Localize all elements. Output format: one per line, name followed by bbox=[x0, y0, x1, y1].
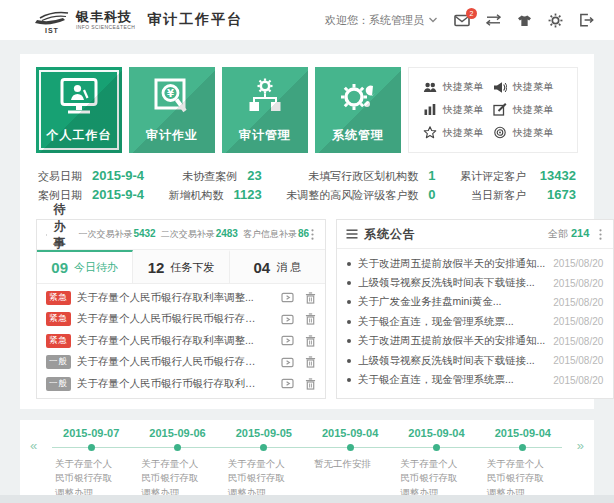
announcement-row: 关于改进周五提前放假半天的安排通知... 2015/08/20 bbox=[347, 332, 603, 351]
quick-menu-item-report[interactable]: 快捷菜单 bbox=[423, 103, 493, 117]
timeline-date: 2015-09-06 bbox=[134, 427, 220, 441]
quick-menu-item-favorite[interactable]: 快捷菜单 bbox=[423, 126, 493, 140]
todo-item-link[interactable]: 关于存量个人民币银行币银行存取利率调整... bbox=[77, 377, 264, 391]
bullet-icon bbox=[347, 320, 351, 324]
stat-value: 1123 bbox=[234, 187, 262, 202]
tile-audit-management[interactable]: 审计管理 bbox=[222, 67, 308, 153]
tab-messages[interactable]: 04 消 息 bbox=[230, 250, 325, 283]
stat-value: 1 bbox=[428, 168, 435, 183]
forward-icon[interactable] bbox=[281, 292, 294, 303]
shirt-icon bbox=[517, 14, 532, 27]
theme-button[interactable] bbox=[517, 14, 532, 27]
announcement-row: 关于银企直连，现金管理系统票... 2015/08/20 bbox=[347, 312, 603, 331]
bullet-icon bbox=[347, 339, 351, 343]
announcement-row: 关于广发金业务挂盘mini黄金... 2015/08/20 bbox=[347, 293, 603, 312]
delete-icon[interactable] bbox=[305, 313, 316, 325]
todo-item-link[interactable]: 关于存量个人民币银行存取利率调整... bbox=[77, 291, 264, 305]
timeline-prev-arrow[interactable]: « bbox=[30, 439, 37, 452]
quick-menu-item-edit[interactable]: 快捷菜单 bbox=[493, 103, 563, 117]
announcement-date: 2015/08/20 bbox=[553, 316, 603, 327]
quick-menu-label: 快捷菜单 bbox=[443, 103, 483, 117]
announcement-link[interactable]: 关于改进周五提前放假半天的安排通知... bbox=[358, 334, 545, 348]
quick-menu-item-announce[interactable]: 快捷菜单 bbox=[493, 80, 563, 94]
timeline-date: 2015-09-05 bbox=[221, 427, 307, 441]
quick-menu-label: 快捷菜单 bbox=[513, 103, 553, 117]
todo-item-link[interactable]: 关于存量个人人民币银行民币银行存取利率调整... bbox=[77, 312, 264, 326]
announcement-date: 2015/08/20 bbox=[553, 375, 603, 386]
stat-label: 交易日期 bbox=[38, 169, 82, 184]
tile-system-management[interactable]: 系统管理 bbox=[315, 67, 401, 153]
settings-button[interactable] bbox=[548, 13, 563, 28]
timeline-event: 2015-09-04 关于存量个人民币银行存取调整办理。 bbox=[393, 427, 479, 501]
announcement-link[interactable]: 关于银企直连，现金管理系统票... bbox=[358, 315, 545, 329]
brand-subtitle: INFO SCIENCE&TECH bbox=[76, 25, 135, 30]
priority-badge: 紧急 bbox=[46, 291, 71, 305]
stat-value: 1673 bbox=[536, 187, 576, 202]
todo-panel: 待办事项 一次交易补录5432 二次交易补录2483 客户信息补录86 09 今… bbox=[36, 219, 326, 399]
gear-tree-icon bbox=[222, 78, 308, 116]
announcement-link[interactable]: 关于银企直连，现金管理系统票... bbox=[358, 373, 545, 387]
ship-logo-icon: IST bbox=[32, 8, 72, 32]
quick-menu-item-target[interactable]: 快捷菜单 bbox=[493, 126, 563, 140]
tile-audit-operations[interactable]: ¥ 审计作业 bbox=[129, 67, 215, 153]
todo-item: 紧急 关于存量个人人民币银行民币银行存取利率调整... bbox=[46, 309, 316, 331]
announcement-row: 关于改进周五提前放假半天的安排通知... 2015/08/20 bbox=[347, 254, 603, 273]
brand-name: 银丰科技 bbox=[76, 10, 135, 23]
delete-icon[interactable] bbox=[305, 292, 316, 304]
company-logo: IST 银丰科技 INFO SCIENCE&TECH bbox=[32, 8, 135, 32]
timeline-next-arrow[interactable]: » bbox=[577, 439, 584, 452]
announcement-date: 2015/08/20 bbox=[553, 297, 603, 308]
announcement-date: 2015/08/20 bbox=[553, 355, 603, 366]
forward-icon[interactable] bbox=[281, 357, 294, 368]
todo-item-link[interactable]: 关于存量个人民币银行存取利率调整... bbox=[77, 334, 264, 348]
todo-item-link[interactable]: 关于存量个人民币银行人民币银行存取利率调整... bbox=[77, 355, 264, 369]
timeline-dot-icon bbox=[88, 444, 95, 451]
gear-icon bbox=[548, 13, 563, 28]
quick-menu-label: 快捷菜单 bbox=[443, 126, 483, 140]
announcement-row: 关于银企直连，现金管理系统票... 2015/08/20 bbox=[347, 370, 603, 389]
announcements-all-link[interactable]: 全部214 bbox=[548, 227, 589, 241]
timeline-date: 2015-09-04 bbox=[393, 427, 479, 441]
forward-icon[interactable] bbox=[281, 335, 294, 346]
priority-badge: 一般 bbox=[46, 377, 71, 391]
todo-list: 紧急 关于存量个人民币银行存取利率调整... 紧急 关于存量个人人民币银行民币银… bbox=[37, 284, 325, 398]
delete-icon[interactable] bbox=[305, 356, 316, 368]
forward-icon[interactable] bbox=[281, 378, 294, 389]
list-icon bbox=[346, 229, 358, 239]
tab-task-dispatch[interactable]: 12 任务下发 bbox=[133, 250, 229, 283]
page-title: 审计工作平台 bbox=[147, 11, 243, 29]
quick-menu-item-users[interactable]: 快捷菜单 bbox=[423, 80, 493, 94]
timeline-dot-icon bbox=[174, 444, 181, 451]
announcement-link[interactable]: 上级领导视察反洗钱时间表下载链接... bbox=[358, 354, 545, 368]
timeline-event: 2015-09-07 关于存量个人民币银行存取调整办理。 bbox=[48, 427, 134, 501]
logo-abbr: IST bbox=[45, 27, 59, 34]
logout-button[interactable] bbox=[579, 13, 594, 27]
stat-label: 新增机构数 bbox=[169, 188, 224, 203]
tile-personal-workspace[interactable]: 个人工作台 bbox=[36, 67, 122, 153]
forward-icon[interactable] bbox=[281, 314, 294, 325]
timeline-event: 2015-09-04 暂无工作安排 bbox=[307, 427, 393, 501]
delete-icon[interactable] bbox=[305, 378, 316, 390]
delete-icon[interactable] bbox=[305, 335, 316, 347]
timeline-text: 暂无工作安排 bbox=[307, 457, 393, 472]
announcement-link[interactable]: 上级领导视察反洗钱时间表下载链接... bbox=[358, 276, 545, 290]
switch-button[interactable] bbox=[486, 14, 501, 26]
announcement-link[interactable]: 关于广发金业务挂盘mini黄金... bbox=[358, 295, 545, 309]
messages-button[interactable]: 2 bbox=[454, 14, 470, 27]
more-icon[interactable] bbox=[597, 227, 604, 242]
quick-menu-panel: 快捷菜单 快捷菜单 快捷菜单 bbox=[408, 67, 578, 153]
chevron-down-icon bbox=[428, 16, 438, 24]
tab-today-todo[interactable]: 09 今日待办 bbox=[37, 250, 133, 283]
stat-value: 13432 bbox=[536, 168, 576, 183]
user-menu[interactable]: 欢迎您：系统管理员 bbox=[325, 13, 438, 28]
announcement-link[interactable]: 关于改进周五提前放假半天的安排通知... bbox=[358, 257, 545, 271]
swap-icon bbox=[486, 14, 501, 26]
todo-item: 紧急 关于存量个人民币银行存取利率调整... bbox=[46, 287, 316, 309]
stat-value: 2015-9-4 bbox=[92, 187, 144, 202]
todo-item: 一般 关于存量个人民币银行币银行存取利率调整... bbox=[46, 373, 316, 395]
stat-label: 未协查案例 bbox=[169, 169, 238, 184]
more-icon[interactable] bbox=[309, 227, 316, 242]
tile-label: 审计管理 bbox=[222, 127, 308, 144]
welcome-text: 欢迎您：系统管理员 bbox=[325, 13, 424, 28]
logout-icon bbox=[579, 13, 594, 27]
